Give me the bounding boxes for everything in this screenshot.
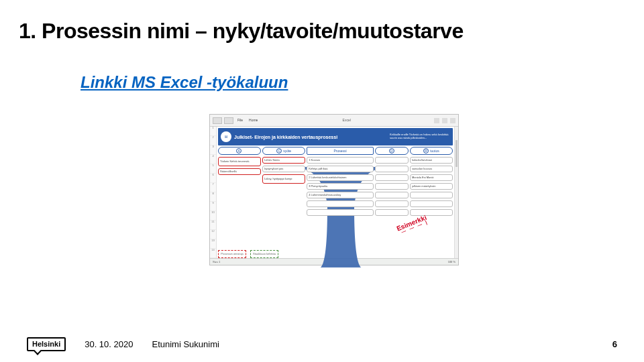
col-a: A Tärkein Kehitä terveestä Säännöllisell… [218,147,261,247]
cell [410,192,453,198]
cell: 2 Lähettää keskustelukohtainen [307,174,374,181]
cell: Lähes Sorea [262,157,305,164]
excel-screenshot: File Home Excel 1234567891011121314 H Ju… [209,114,459,265]
cell [307,209,374,216]
ribbon-tab: Home [247,119,260,122]
footer-cell: Staakkaan kehittää [250,250,278,258]
page-title: 1. Prosessin nimi – nyky/tavoite/muutost… [19,19,625,44]
cell: Tärkein Kehitä terveestä [218,157,261,166]
sheet-area: 1234567891011121314 H Julkiset- Eirojen … [210,127,458,258]
cell: Kehitys pdf ikää [307,166,374,172]
footer-cell: Prosessin omistaja [218,250,246,258]
col-c: C syöte Lähes Sorea kysymykset yös Läksy… [262,147,305,247]
row-headers: 1234567891011121314 [210,127,217,258]
statusbar-left: Sivu 1 [213,261,220,263]
footer-date: 30. 10. 2020 [85,339,133,349]
cell [375,200,409,207]
cell: 3 Pienyritysaika [307,183,374,190]
helsinki-logo: Helsinki [27,337,66,351]
cell [375,166,409,172]
page-number: 6 [612,339,617,349]
excel-ribbon: File Home Excel [210,115,458,127]
cell: Läksy, hyötyoppi kumpi [262,174,305,184]
cell: kuluuko/tarvitaan [410,157,453,164]
col-header: A [218,147,261,155]
cell [410,200,453,207]
cell: sairaalan kuvaus [410,166,453,172]
cell [307,200,374,207]
banner-sidetext: Kirkkaille eroille Tärkeää on hakea sekä… [390,133,450,140]
cell [375,157,409,164]
col-d: D [375,147,409,247]
window-title: Excel [262,119,431,122]
helsinki-logo-icon: H [221,131,231,142]
ribbon-tab: File [235,119,245,122]
sheet: H Julkiset- Eirojen ja kirkkaiden vertau… [217,127,454,258]
min-icon [434,118,439,123]
cell: julkisen määrityksiin [410,183,453,190]
slide: 1. Prosessin nimi – nyky/tavoite/muutost… [0,0,644,362]
ribbon-button [224,117,233,124]
slide-footer: Helsinki 30. 10. 2020 Etunimi Sukunimi 6 [0,337,644,351]
cell [375,209,409,216]
close-icon [450,118,455,123]
cell: Moniala Esi Moniö [410,174,453,181]
col-process: Prosessi 1 Kuvaus Kehitys pdf ikää 2 Läh… [307,147,374,247]
col-header: C syöte [262,147,305,155]
col-header: Prosessi [307,147,374,155]
col-header: R tuotos [410,147,453,155]
columns: A Tärkein Kehitä terveestä Säännöllisell… [218,147,453,247]
sheet-footer-row: Prosessin omistaja Staakkaan kehittää [218,250,453,258]
cell [375,192,409,198]
ribbon-button [213,117,222,124]
cell: 1 Kuvaus [307,157,374,164]
col-header: D [375,147,409,155]
cell: kysymykset yös [262,166,305,172]
cell [410,209,453,216]
banner-title: Julkiset- Eirojen ja kirkkaiden vertausp… [234,135,337,139]
cell [375,174,409,181]
excel-tool-link[interactable]: Linkki MS Excel -työkaluun [80,73,288,92]
col-r: R tuotos kuluuko/tarvitaan sairaalan kuv… [410,147,453,247]
cell: Säännöllisellä [218,168,261,175]
cell: 4 Lähimmäiskohtaisuuskäy [307,192,374,198]
sheet-banner: H Julkiset- Eirojen ja kirkkaiden vertau… [218,128,453,145]
vertical-scrollbar [454,127,458,258]
statusbar-zoom: 100 % [448,261,455,263]
excel-statusbar: Sivu 1 100 % [210,258,458,265]
cell [375,183,409,190]
footer-author: Etunimi Sukunimi [152,339,219,349]
max-icon [442,118,447,123]
